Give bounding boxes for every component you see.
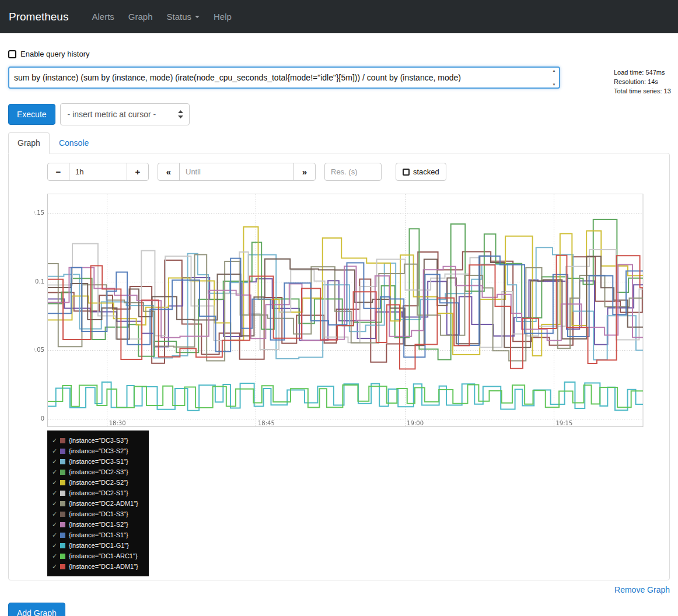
series-color-swatch [60,522,65,527]
range-input-group: − + [47,163,149,181]
chart-legend: ✓{instance="DC3-S3"}✓{instance="DC3-S2"}… [47,430,149,576]
query-history-row: Enable query history [8,50,670,58]
series-label: {instance="DC2-S3"} [69,468,128,475]
check-icon: ✓ [52,458,60,466]
series-label: {instance="DC2-ADM1"} [69,500,138,507]
legend-item[interactable]: ✓{instance="DC2-S1"} [52,488,141,498]
range-input[interactable] [69,163,127,181]
total-series-stat: Total time series: 13 [614,86,670,96]
check-icon: ✓ [52,510,60,518]
until-input[interactable] [179,163,294,181]
series-label: {instance="DC1-ARC1"} [69,552,138,559]
enable-query-history-label: Enable query history [20,50,90,58]
stacked-checkbox-icon [403,169,410,176]
cpu-usage-chart[interactable] [34,194,644,427]
forward-icon[interactable]: » [293,163,316,181]
series-label: {instance="DC3-S1"} [69,458,128,465]
resolution-input[interactable] [324,163,382,181]
legend-item[interactable]: ✓{instance="DC1-ADM1"} [52,561,141,572]
series-color-swatch [60,449,65,454]
enable-query-history-checkbox[interactable] [8,50,16,58]
main-content: Enable query history sum by (instance) (… [0,50,678,616]
legend-item[interactable]: ✓{instance="DC2-S3"} [52,467,141,477]
check-icon: ✓ [52,500,60,508]
execute-button[interactable]: Execute [8,104,55,125]
add-graph-button[interactable]: Add Graph [8,603,65,616]
graph-controls: − + « » stacked [47,163,642,181]
add-graph-row: Add Graph [8,603,670,616]
insert-metric-select[interactable]: - insert metric at cursor - [60,103,190,125]
series-label: {instance="DC3-S2"} [69,447,128,454]
series-color-swatch [60,470,65,475]
textarea-scrollbar[interactable]: ▲ ▼ [550,69,558,86]
series-color-swatch [60,459,65,464]
check-icon: ✓ [52,479,60,487]
legend-item[interactable]: ✓{instance="DC1-G1"} [52,540,141,551]
shrink-range-button[interactable]: − [47,163,69,181]
check-icon: ✓ [52,468,60,476]
series-label: {instance="DC1-S2"} [69,521,128,528]
check-icon: ✓ [52,437,60,444]
legend-item[interactable]: ✓{instance="DC2-S2"} [52,477,141,488]
series-label: {instance="DC3-S3"} [69,437,128,444]
nav-item-alerts[interactable]: Alerts [85,6,121,27]
series-label: {instance="DC1-S3"} [69,510,128,517]
nav-item-alerts-label: Alerts [92,12,114,22]
series-color-swatch [60,543,65,548]
check-icon: ✓ [52,542,60,550]
resolution-stat: Resolution: 14s [614,77,670,86]
series-label: {instance="DC1-S1"} [69,531,128,538]
insert-metric-select-label: - insert metric at cursor - [68,110,156,119]
query-stats: Load time: 547ms Resolution: 14s Total t… [560,66,670,96]
query-input-wrapper: sum by (instance) (sum by (instance, mod… [8,66,560,89]
series-color-swatch [60,533,65,538]
check-icon: ✓ [52,552,60,560]
legend-item[interactable]: ✓{instance="DC1-S3"} [52,509,141,519]
brand-link[interactable]: Prometheus [9,10,68,23]
query-expression-input[interactable]: sum by (instance) (sum by (instance, mod… [8,66,560,89]
legend-item[interactable]: ✓{instance="DC1-ARC1"} [52,551,141,561]
chevron-down-icon [195,16,200,18]
nav-item-graph-label: Graph [128,12,153,22]
execute-row: Execute - insert metric at cursor - [8,103,670,125]
nav-item-status-dropdown[interactable]: Status [160,6,207,27]
remove-graph-link[interactable]: Remove Graph [614,585,670,594]
end-time-input-group: « » [158,163,316,181]
nav-item-help-label: Help [214,12,232,22]
stacked-label: stacked [413,167,439,176]
graph-panel: − + « » stacked ✓{instance="DC3-S3"}✓{in… [8,153,670,580]
series-label: {instance="DC1-G1"} [69,542,129,549]
rewind-icon[interactable]: « [158,163,180,181]
legend-item[interactable]: ✓{instance="DC1-S2"} [52,519,141,530]
series-color-swatch [60,564,65,569]
series-label: {instance="DC1-ADM1"} [69,563,138,570]
check-icon: ✓ [52,563,60,570]
legend-item[interactable]: ✓{instance="DC1-S1"} [52,530,141,540]
check-icon: ✓ [52,489,60,497]
stacked-toggle-button[interactable]: stacked [396,163,446,181]
series-label: {instance="DC2-S2"} [69,479,128,486]
series-label: {instance="DC2-S1"} [69,489,128,496]
scroll-up-icon[interactable]: ▲ [553,69,556,72]
nav-item-help[interactable]: Help [207,6,239,27]
legend-item[interactable]: ✓{instance="DC3-S3"} [52,435,141,446]
nav-item-graph[interactable]: Graph [121,6,160,27]
series-color-swatch [60,438,65,443]
check-icon: ✓ [52,521,60,528]
tab-graph[interactable]: Graph [8,132,50,154]
grow-range-button[interactable]: + [127,163,149,181]
series-color-swatch [60,554,65,559]
check-icon: ✓ [52,531,60,539]
legend-item[interactable]: ✓{instance="DC2-ADM1"} [52,498,141,509]
legend-item[interactable]: ✓{instance="DC3-S1"} [52,456,141,467]
navbar: Prometheus Alerts Graph Status Help [0,0,678,33]
series-color-swatch [60,501,65,506]
tab-console[interactable]: Console [50,132,98,153]
legend-item[interactable]: ✓{instance="DC3-S2"} [52,446,141,456]
scroll-down-icon[interactable]: ▼ [553,83,556,86]
series-color-swatch [60,480,65,485]
query-row: sum by (instance) (sum by (instance, mod… [8,66,670,96]
view-tabs: Graph Console [8,132,670,153]
select-arrows-icon [178,110,183,118]
nav-item-status-label: Status [167,12,192,22]
